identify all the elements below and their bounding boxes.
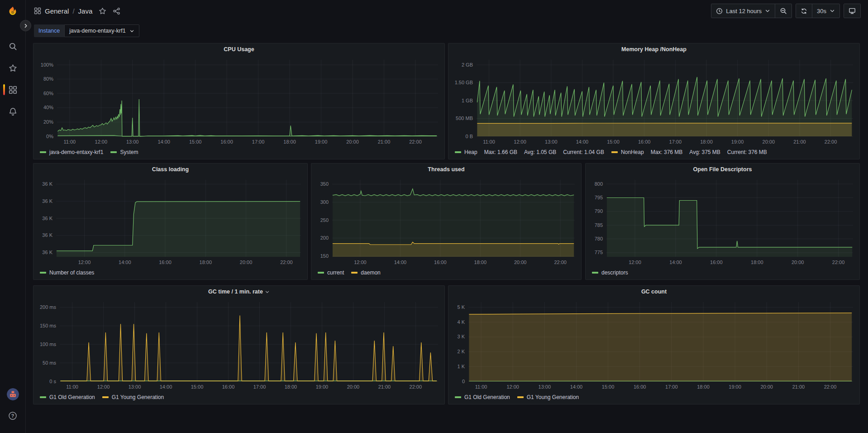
breadcrumb-folder[interactable]: General bbox=[45, 7, 69, 15]
gc-count-chart[interactable]: 01 K2 K3 K4 K5 K11:0012:0013:0014:0015:0… bbox=[451, 298, 856, 390]
dashboard-grid-icon[interactable] bbox=[34, 7, 41, 14]
sidebar-item-alerting[interactable] bbox=[0, 101, 25, 122]
sidebar-bottom-nav: ? bbox=[0, 383, 25, 427]
legend-item[interactable]: Number of classes bbox=[40, 269, 94, 276]
y-axis-tick-label: 100% bbox=[41, 62, 53, 67]
y-axis-tick-label: 1 GB bbox=[462, 98, 473, 103]
legend-swatch bbox=[455, 151, 461, 153]
threads-used-chart[interactable]: 15020025030035012:0014:0016:0018:0020:00… bbox=[314, 175, 577, 266]
open-file-descriptors-legend: descriptors bbox=[592, 268, 856, 278]
legend-swatch bbox=[40, 151, 46, 153]
instance-variable-label: Instance bbox=[34, 24, 64, 37]
sidebar-item-search[interactable] bbox=[0, 35, 25, 57]
user-avatar[interactable] bbox=[0, 383, 25, 405]
x-axis-tick-label: 13:00 bbox=[126, 139, 139, 144]
panel-title-text: CPU Usage bbox=[224, 46, 254, 53]
sidebar-expand-button[interactable] bbox=[20, 20, 31, 31]
legend-swatch bbox=[40, 272, 46, 274]
sidebar-item-starred[interactable] bbox=[0, 57, 25, 79]
x-axis-tick-label: 18:00 bbox=[700, 139, 713, 144]
x-axis-tick-label: 12:00 bbox=[95, 139, 108, 144]
legend-item[interactable]: daemon bbox=[351, 269, 380, 276]
legend-label: Heap bbox=[464, 149, 477, 155]
share-dashboard-button[interactable] bbox=[113, 7, 120, 15]
series-fill bbox=[57, 99, 437, 136]
legend-item[interactable]: G1 Old Generation bbox=[455, 394, 510, 400]
legend-label: G1 Old Generation bbox=[49, 394, 95, 400]
y-axis-tick-label: 1.50 GB bbox=[455, 80, 473, 85]
legend-label: G1 Young Generation bbox=[112, 394, 164, 400]
refresh-button[interactable] bbox=[796, 4, 812, 18]
x-axis-tick-label: 20:00 bbox=[240, 260, 253, 265]
grafana-app: ? General / Java bbox=[0, 0, 868, 433]
dashboards-grid-icon bbox=[9, 86, 17, 94]
legend-swatch bbox=[351, 272, 358, 274]
legend-item[interactable]: G1 Young Generation bbox=[102, 394, 164, 400]
dashboard-grid: CPU Usage 0%20%40%60%80%100%11:0012:0013… bbox=[26, 43, 868, 433]
cpu-usage-chart[interactable]: 0%20%40%60%80%100%11:0012:0013:0014:0015… bbox=[36, 55, 441, 145]
x-axis-tick-label: 18:00 bbox=[751, 260, 763, 265]
chart-svg: 01 K2 K3 K4 K5 K11:0012:0013:0014:0015:0… bbox=[451, 298, 856, 390]
panel-title-cpu-usage[interactable]: CPU Usage bbox=[33, 43, 444, 55]
panel-title-class-loading[interactable]: Class loading bbox=[33, 164, 307, 175]
sidebar-item-dashboards[interactable] bbox=[0, 79, 25, 101]
time-range-picker[interactable]: Last 12 hours bbox=[711, 4, 775, 18]
grafana-logo-icon[interactable] bbox=[5, 5, 20, 20]
legend-item[interactable]: System bbox=[110, 149, 138, 155]
sidebar-item-help[interactable]: ? bbox=[0, 405, 25, 427]
x-axis-tick-label: 22:00 bbox=[824, 384, 837, 390]
breadcrumb-dashboard[interactable]: Java bbox=[78, 7, 93, 15]
legend-stat: Max: 1.66 GB bbox=[484, 149, 517, 155]
legend-item[interactable]: HeapMax: 1.66 GBAvg: 1.05 GBCurrent: 1.0… bbox=[455, 149, 604, 155]
zoom-out-button[interactable] bbox=[775, 4, 792, 18]
search-icon bbox=[9, 42, 17, 51]
x-axis-tick-label: 16:00 bbox=[634, 384, 646, 390]
panel-title-text: GC count bbox=[641, 289, 667, 295]
panel-menu-chevron-icon bbox=[265, 289, 270, 294]
x-axis-tick-label: 21:00 bbox=[378, 384, 391, 390]
legend-item[interactable]: java-demo-entaxy-krf1 bbox=[40, 149, 103, 155]
panel-title-text: Open File Descriptors bbox=[693, 166, 752, 173]
legend-swatch bbox=[40, 396, 46, 398]
gc-time-chart[interactable]: 0 s50 ms100 ms150 ms200 ms11:0012:0013:0… bbox=[36, 298, 441, 390]
open-file-descriptors-chart[interactable]: 77578078579079580012:0014:0016:0018:0020… bbox=[588, 175, 856, 266]
legend-item[interactable]: descriptors bbox=[592, 269, 628, 276]
panel-title-gc-time[interactable]: GC time / 1 min. rate bbox=[33, 286, 444, 298]
x-axis-tick-label: 22:00 bbox=[832, 260, 845, 265]
chart-svg: 77578078579079580012:0014:0016:0018:0020… bbox=[588, 175, 856, 266]
class-loading-chart[interactable]: 36 K36 K36 K36 K36 K12:0014:0016:0018:00… bbox=[36, 175, 304, 266]
x-axis-tick-label: 15:00 bbox=[607, 139, 620, 144]
threads-used-legend: currentdaemon bbox=[318, 268, 577, 278]
panel-title-gc-count[interactable]: GC count bbox=[448, 286, 859, 298]
y-axis-tick-label: 100 ms bbox=[40, 342, 57, 347]
panel-title-memory[interactable]: Memory Heap /NonHeap bbox=[448, 43, 859, 55]
panel-title-threads-used[interactable]: Threads used bbox=[311, 164, 581, 175]
memory-heap-chart[interactable]: 0 B500 MB1 GB1.50 GB2 GB11:0012:0013:001… bbox=[451, 55, 856, 145]
x-axis-tick-label: 14:00 bbox=[669, 260, 682, 265]
instance-dropdown[interactable]: java-demo-entaxy-krf1 bbox=[64, 24, 139, 37]
y-axis-tick-label: 36 K bbox=[42, 216, 52, 221]
x-axis-tick-label: 19:00 bbox=[315, 139, 328, 144]
y-axis-tick-label: 0 bbox=[462, 379, 465, 384]
x-axis-tick-label: 12:00 bbox=[354, 260, 367, 265]
refresh-interval-dropdown[interactable]: 30s bbox=[812, 4, 839, 18]
y-axis-tick-label: 5 K bbox=[457, 304, 465, 310]
panel-title-open-file-descriptors[interactable]: Open File Descriptors bbox=[586, 164, 859, 175]
x-axis-tick-label: 12:00 bbox=[78, 260, 91, 265]
chevron-right-icon bbox=[23, 23, 29, 29]
y-axis-tick-label: 780 bbox=[595, 236, 603, 241]
legend-stat: Avg: 1.05 GB bbox=[524, 149, 556, 155]
y-axis-tick-label: 36 K bbox=[42, 198, 52, 204]
star-dashboard-button[interactable] bbox=[99, 7, 106, 15]
y-axis-tick-label: 3 K bbox=[457, 334, 465, 339]
x-axis-tick-label: 17:00 bbox=[665, 384, 678, 390]
series-fill bbox=[469, 313, 852, 381]
legend-item[interactable]: current bbox=[318, 269, 344, 276]
legend-item[interactable]: G1 Young Generation bbox=[517, 394, 579, 400]
legend-item[interactable]: NonHeapMax: 376 MBAvg: 375 MBCurrent: 37… bbox=[611, 149, 767, 155]
kiosk-mode-button[interactable] bbox=[844, 4, 860, 18]
legend-swatch bbox=[102, 396, 109, 398]
legend-item[interactable]: G1 Old Generation bbox=[40, 394, 95, 400]
y-axis-tick-label: 0 B bbox=[465, 134, 473, 139]
y-axis-tick-label: 20% bbox=[43, 119, 53, 125]
